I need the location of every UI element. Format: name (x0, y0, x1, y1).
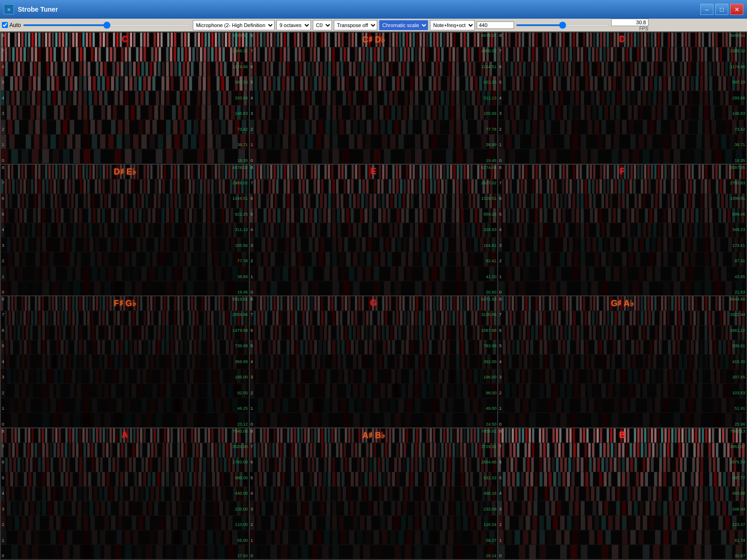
note-name-label: B (619, 430, 625, 440)
svg-rect-4348 (633, 486, 636, 501)
svg-rect-3444 (87, 443, 90, 457)
svg-rect-2663 (433, 296, 435, 311)
svg-rect-73 (27, 47, 29, 62)
svg-rect-3809 (283, 443, 286, 457)
svg-rect-2607 (146, 413, 152, 427)
svg-rect-3268 (634, 369, 638, 384)
svg-rect-3372 (45, 428, 47, 443)
svg-rect-1025 (599, 105, 602, 120)
svg-rect-3391 (116, 428, 119, 443)
svg-rect-4335 (545, 486, 548, 501)
scale-select[interactable]: Chromatic scale (379, 20, 428, 30)
svg-rect-581 (429, 77, 431, 91)
svg-rect-1356 (78, 223, 82, 237)
svg-rect-885 (564, 62, 567, 76)
svg-rect-3036 (675, 296, 677, 311)
svg-rect-3128 (585, 325, 588, 340)
svg-rect-432 (460, 33, 462, 47)
svg-rect-3037 (678, 296, 681, 311)
maximize-button[interactable]: □ (715, 4, 728, 15)
svg-rect-4346 (617, 486, 620, 501)
svg-rect-2455 (226, 340, 229, 355)
svg-rect-1919 (678, 165, 681, 179)
svg-rect-4010 (367, 501, 371, 515)
svg-rect-4284 (512, 472, 515, 486)
svg-rect-718 (357, 134, 363, 149)
level-slider[interactable] (23, 24, 191, 26)
tuning-slider[interactable] (516, 24, 609, 26)
svg-rect-2052 (553, 208, 556, 223)
transpose-select[interactable]: Transpose off (334, 20, 377, 30)
svg-rect-1474 (224, 266, 230, 281)
svg-rect-627 (456, 91, 459, 105)
svg-rect-2077 (696, 208, 698, 223)
svg-rect-4392 (663, 501, 667, 515)
svg-rect-110 (200, 47, 202, 62)
svg-rect-2517 (101, 369, 105, 384)
svg-rect-1602 (422, 179, 424, 194)
svg-rect-530 (402, 62, 405, 76)
svg-rect-371 (166, 149, 173, 163)
svg-rect-4119 (522, 428, 524, 443)
svg-rect-3212 (529, 355, 533, 369)
octave-label: 5 (499, 344, 501, 348)
octave-label: 5 (2, 344, 4, 348)
svg-rect-4432 (698, 515, 703, 530)
svg-rect-30 (106, 33, 108, 47)
display-select[interactable]: Note+freq+oct (430, 20, 475, 30)
svg-rect-4358 (694, 486, 698, 501)
svg-rect-333 (50, 134, 56, 149)
svg-rect-248 (166, 91, 169, 105)
svg-rect-4275 (717, 457, 720, 472)
note-name-label: A♯ B♭ (362, 430, 385, 441)
svg-rect-3287 (505, 384, 510, 398)
svg-rect-2538 (14, 384, 19, 398)
svg-rect-1896 (600, 165, 602, 179)
svg-rect-3428 (27, 443, 29, 457)
svg-rect-4038 (325, 515, 330, 530)
device-select[interactable]: Microphone (2- High Definition (193, 20, 275, 30)
svg-rect-2312 (31, 311, 33, 325)
svg-rect-4310 (654, 472, 657, 486)
svg-rect-2405 (211, 325, 214, 340)
svg-rect-3001 (536, 296, 538, 311)
svg-rect-13 (45, 33, 47, 47)
svg-rect-2034 (717, 194, 720, 208)
svg-rect-824 (551, 47, 553, 62)
svg-rect-1369 (151, 223, 154, 237)
svg-rect-3830 (388, 443, 391, 457)
svg-rect-79 (54, 47, 56, 62)
svg-rect-1844 (398, 266, 404, 281)
svg-rect-943 (627, 77, 629, 91)
minimize-button[interactable]: – (700, 4, 713, 15)
svg-rect-1482 (42, 281, 49, 295)
svg-rect-2601 (84, 413, 90, 427)
svg-rect-105 (181, 47, 183, 62)
octaves-select[interactable]: 9 octaves (276, 20, 311, 30)
svg-rect-1541 (413, 165, 415, 179)
svg-rect-3030 (655, 296, 657, 311)
svg-rect-1999 (540, 194, 543, 208)
svg-rect-3237 (689, 355, 692, 369)
svg-rect-2258 (65, 296, 68, 311)
svg-rect-1343 (11, 223, 14, 237)
auto-checkbox-label[interactable]: Auto (2, 22, 21, 28)
svg-rect-2621 (263, 296, 266, 311)
root-select[interactable]: C0 (313, 20, 332, 30)
svg-rect-2095 (540, 223, 543, 237)
close-button[interactable]: ✕ (730, 4, 743, 15)
svg-rect-1322 (143, 208, 146, 223)
svg-rect-2452 (207, 340, 210, 355)
tuning-input[interactable]: 440 (477, 21, 514, 29)
svg-rect-2 (4, 33, 7, 47)
frequency-label: 164.81 (481, 244, 497, 248)
svg-rect-3114 (527, 325, 530, 340)
auto-checkbox[interactable] (2, 22, 8, 28)
svg-rect-568 (346, 77, 349, 91)
svg-rect-4218 (693, 443, 696, 457)
svg-rect-1199 (46, 179, 48, 194)
svg-rect-405 (355, 33, 357, 47)
svg-rect-3725 (156, 545, 162, 559)
svg-rect-2858 (384, 355, 387, 369)
svg-rect-247 (161, 91, 164, 105)
